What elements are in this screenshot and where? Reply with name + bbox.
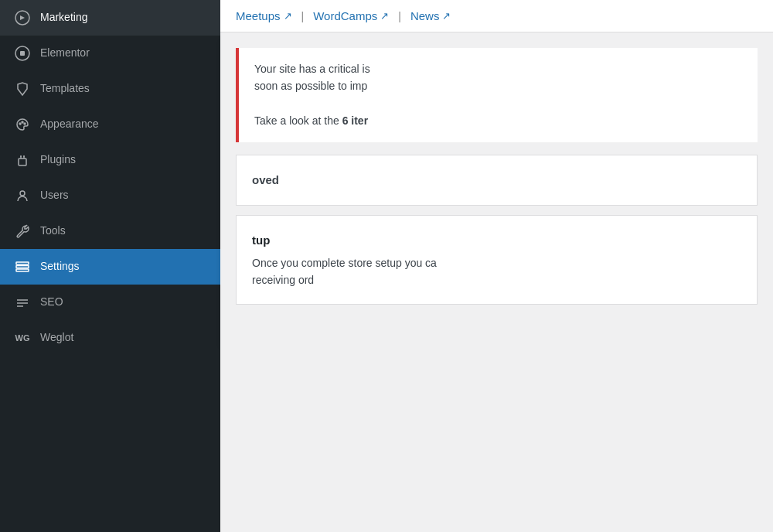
notice-bold: 6 iter — [342, 114, 368, 127]
sidebar-item-users[interactable]: Users — [0, 178, 220, 213]
store-setup-text-2: receiving ord — [252, 274, 314, 286]
svg-rect-6 — [19, 159, 26, 165]
news-label: News — [410, 9, 440, 22]
plugins-icon — [12, 150, 32, 170]
section-card-setup: tup Once you complete store setup you ca… — [236, 215, 758, 305]
sidebar-item-plugins[interactable]: Plugins — [0, 142, 220, 178]
meetups-label: Meetups — [236, 9, 281, 22]
sidebar-item-marketing[interactable]: Marketing — [0, 0, 220, 36]
sidebar-item-elementor[interactable]: Elementor — [0, 36, 220, 71]
marketing-icon — [12, 8, 32, 28]
svg-rect-10 — [16, 269, 29, 271]
oved-text: oved — [252, 173, 279, 186]
svg-rect-2 — [20, 51, 25, 56]
setup-title: tup — [252, 231, 741, 250]
svg-rect-8 — [16, 262, 29, 264]
seo-icon — [12, 292, 32, 312]
sidebar-item-weglot[interactable]: WG Weglot — [0, 320, 220, 356]
notice-text-2: soon as possible to imp — [254, 80, 367, 92]
sidebar-settings-wrapper: Settings General Writing Reading Discuss… — [0, 249, 220, 285]
sidebar-item-templates[interactable]: Templates — [0, 71, 220, 107]
svg-point-7 — [20, 191, 25, 196]
sidebar-item-label: Elementor — [40, 46, 90, 61]
svg-rect-9 — [16, 266, 29, 268]
sidebar-item-label: Settings — [40, 259, 80, 275]
separator-2: | — [398, 10, 401, 22]
notice-text-3: Take a look at the 6 iter — [254, 114, 368, 127]
sidebar-item-settings[interactable]: Settings — [0, 249, 220, 285]
store-setup-text: Once you complete store setup you ca — [252, 257, 437, 269]
sidebar-item-label: Tools — [40, 223, 66, 239]
appearance-icon — [12, 114, 32, 135]
sidebar-item-label: Users — [40, 188, 69, 203]
sidebar-item-label: Weglot — [40, 330, 73, 346]
wordcamps-link[interactable]: WordCamps ↗ — [313, 9, 389, 22]
sidebar-item-appearance[interactable]: Appearance — [0, 107, 220, 142]
section-card-oved: oved — [236, 155, 758, 206]
notice-text: Your site has a critical is — [254, 63, 370, 75]
elementor-icon — [12, 43, 32, 63]
external-icon: ↗ — [380, 10, 389, 22]
sidebar: Marketing Elementor Templates Appearance… — [0, 0, 220, 532]
content-area: Your site has a critical is soon as poss… — [220, 32, 773, 329]
tools-icon — [12, 221, 32, 241]
sidebar-item-label: SEO — [40, 295, 63, 310]
sidebar-item-tools[interactable]: Tools — [0, 213, 220, 249]
sidebar-item-label: Plugins — [40, 152, 76, 168]
svg-point-4 — [22, 121, 23, 123]
news-link[interactable]: News ↗ — [410, 9, 451, 22]
separator-1: | — [301, 10, 305, 22]
external-icon: ↗ — [442, 10, 451, 22]
critical-notice: Your site has a critical is soon as poss… — [236, 48, 758, 142]
weglot-icon: WG — [12, 328, 32, 348]
sidebar-item-seo[interactable]: SEO — [0, 285, 220, 320]
users-icon — [12, 186, 32, 206]
wordcamps-label: WordCamps — [313, 9, 377, 22]
sidebar-item-label: Marketing — [40, 10, 87, 26]
sidebar-item-label: Templates — [40, 81, 90, 97]
sidebar-item-label: Appearance — [40, 117, 99, 132]
settings-icon — [12, 257, 32, 277]
top-bar: Meetups ↗ | WordCamps ↗ | News ↗ — [220, 0, 773, 32]
svg-point-3 — [19, 123, 21, 124]
external-icon: ↗ — [284, 10, 292, 22]
templates-icon — [12, 79, 32, 99]
svg-point-5 — [24, 123, 26, 124]
main-content: Meetups ↗ | WordCamps ↗ | News ↗ Your si… — [220, 0, 773, 532]
meetups-link[interactable]: Meetups ↗ — [236, 9, 292, 22]
